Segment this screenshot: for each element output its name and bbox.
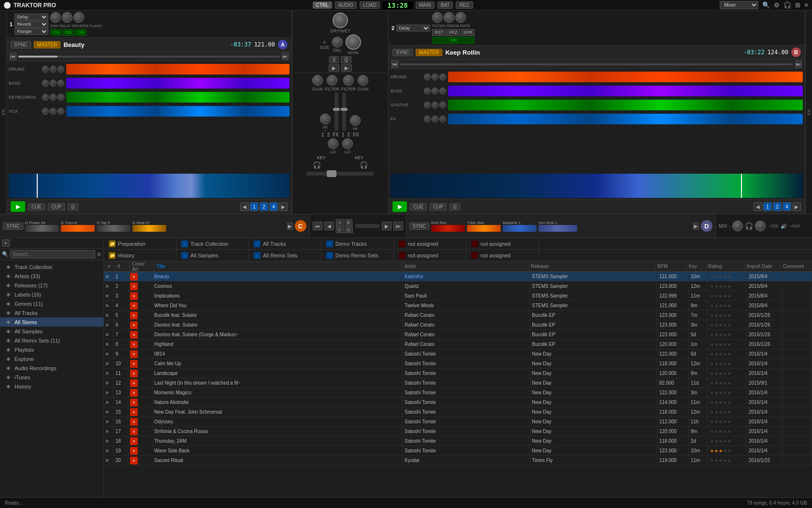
deck-b-bass-knob1[interactable] bbox=[424, 88, 431, 94]
loop-d-slot1-bar[interactable] bbox=[431, 225, 465, 232]
deck-b-synths-knob3[interactable] bbox=[439, 102, 446, 108]
layout-icon[interactable]: ⊞ bbox=[795, 1, 800, 9]
col-header-bpm[interactable]: BPM bbox=[655, 261, 687, 271]
deck-b-synths-knob1[interactable] bbox=[424, 102, 431, 108]
star-1[interactable]: ★ bbox=[714, 371, 718, 376]
main-button[interactable]: MAIN bbox=[416, 1, 435, 9]
star-1[interactable]: ★ bbox=[714, 323, 718, 328]
deck-a-bass-knob1[interactable] bbox=[42, 80, 49, 87]
track-row[interactable]: ≡ 5 S Bucolik feat. Solaire Rafael Cerat… bbox=[104, 311, 812, 320]
star-1[interactable]: ★ bbox=[714, 361, 718, 366]
star-0[interactable]: ★ bbox=[710, 458, 714, 463]
mixer-cue-a-icon[interactable]: 🎧 bbox=[313, 161, 321, 169]
star-0[interactable]: ★ bbox=[710, 352, 714, 357]
ab-cd-b-btn[interactable]: B bbox=[345, 219, 352, 226]
deck-a-prev-btn[interactable]: ⏮ bbox=[10, 53, 16, 60]
mixer-filter-b-knob[interactable] bbox=[343, 75, 354, 86]
star-0[interactable]: ★ bbox=[710, 313, 714, 318]
star-2[interactable]: ★ bbox=[719, 439, 723, 444]
star-3[interactable]: ★ bbox=[723, 400, 727, 405]
deck-a-vox-knob1[interactable] bbox=[42, 108, 49, 115]
sidebar-item-labels[interactable]: ◈ Labels (16) bbox=[0, 290, 103, 299]
star-1[interactable]: ★ bbox=[714, 448, 718, 453]
shortcut-all-tracks[interactable]: ♪ All Tracks bbox=[249, 238, 321, 249]
star-1[interactable]: ★ bbox=[714, 381, 718, 386]
star-0[interactable]: ★ bbox=[710, 419, 714, 424]
deck-b-prev-btn[interactable]: ⏮ bbox=[392, 60, 398, 68]
mixer-main-knob[interactable] bbox=[346, 34, 361, 50]
deck-b-play-btn[interactable]: ▶ bbox=[392, 201, 407, 212]
deck-a-n-btn[interactable]: Ω bbox=[68, 203, 78, 210]
mixer-filter-a-knob[interactable] bbox=[327, 75, 337, 86]
shortcut-all-samples[interactable]: ♪ All Samples bbox=[176, 250, 249, 261]
star-3[interactable]: ★ bbox=[723, 284, 727, 289]
star-0[interactable]: ★ bbox=[710, 439, 714, 444]
mixer-mode-select[interactable]: Mixer bbox=[720, 1, 758, 9]
deck-a-delay-knob[interactable] bbox=[50, 12, 61, 23]
star-1[interactable]: ★ bbox=[714, 352, 718, 357]
sidebar-item-all-samples[interactable]: ◈ All Samples bbox=[0, 327, 103, 336]
star-4[interactable]: ★ bbox=[727, 332, 731, 337]
star-2[interactable]: ★ bbox=[719, 361, 723, 366]
track-row[interactable]: ≡ 11 S Landscape Satoshi Tomiie New Day … bbox=[104, 369, 812, 378]
deck-a-nav-prev-btn[interactable]: ◀ bbox=[240, 202, 249, 211]
mixer-gain-b-knob[interactable] bbox=[358, 75, 368, 86]
bat-button[interactable]: BAT bbox=[437, 1, 453, 9]
loop-d-slot3-bar[interactable] bbox=[503, 225, 536, 232]
star-1[interactable]: ★ bbox=[714, 303, 718, 308]
deck-b-master-btn[interactable]: MASTER bbox=[416, 49, 443, 56]
transport-prev-btn[interactable]: ⏮ bbox=[313, 222, 322, 230]
sidebar-search-input[interactable] bbox=[10, 250, 95, 258]
mixer-s-btn[interactable]: S bbox=[329, 56, 339, 63]
star-0[interactable]: ★ bbox=[710, 410, 714, 415]
shortcut-demo-tracks[interactable]: ♪ Demo Tracks bbox=[321, 238, 394, 249]
deck-b-frz-btn[interactable]: FRZ bbox=[447, 29, 460, 36]
track-row[interactable]: ≡ 1 S Beauty KatrinKa STEMS Sampler 121.… bbox=[104, 272, 812, 282]
mixer-del-knob[interactable] bbox=[332, 37, 343, 47]
deck-b-nav-next-btn[interactable]: ▶ bbox=[792, 202, 801, 211]
ctrl-button[interactable]: CTRL bbox=[313, 1, 332, 9]
star-2[interactable]: ★ bbox=[719, 303, 723, 308]
mixer-lo-a-knob[interactable] bbox=[328, 138, 338, 149]
deck-a-nav-next-btn[interactable]: ▶ bbox=[279, 202, 288, 211]
col-header-rating[interactable]: Rating bbox=[706, 261, 745, 271]
mixer-lo-b-knob[interactable] bbox=[342, 138, 353, 149]
sidebar-item-all-remix-sets[interactable]: ◈ All Remix Sets (11) bbox=[0, 336, 103, 345]
mixer-play2-btn[interactable]: ▶ bbox=[341, 64, 352, 72]
star-3[interactable]: ★ bbox=[723, 332, 727, 337]
track-row[interactable]: ≡ 10 S Calm Me Up Satoshi Tomiie New Day… bbox=[104, 359, 812, 369]
search-icon[interactable]: 🔍 bbox=[762, 1, 770, 9]
deck-a-drums-knob3[interactable] bbox=[58, 66, 64, 73]
ab-cd-c-btn[interactable]: C bbox=[336, 226, 344, 233]
transport-next-btn[interactable]: ⏭ bbox=[393, 222, 403, 230]
deck-a-bass-knob2[interactable] bbox=[50, 80, 57, 87]
star-0[interactable]: ★ bbox=[710, 400, 714, 405]
star-4[interactable]: ★ bbox=[727, 352, 731, 357]
deck-a-effect1-select[interactable]: Delay bbox=[14, 14, 48, 20]
star-3[interactable]: ★ bbox=[723, 458, 727, 463]
deck-a-master-btn[interactable]: MASTER bbox=[34, 41, 61, 48]
col-header-artist[interactable]: Artist bbox=[403, 261, 529, 271]
star-2[interactable]: ★ bbox=[719, 381, 723, 386]
mix-knob[interactable] bbox=[732, 221, 743, 231]
shortcut-track-collection[interactable]: ♪ Track Collection bbox=[176, 238, 249, 249]
star-1[interactable]: ★ bbox=[714, 458, 718, 463]
deck-b-rst-btn[interactable]: RST bbox=[432, 29, 446, 36]
audio-button[interactable]: AUDIO bbox=[335, 1, 357, 9]
deck-b-drums-knob3[interactable] bbox=[439, 74, 446, 80]
deck-b-filter-knob[interactable] bbox=[432, 12, 443, 23]
star-3[interactable]: ★ bbox=[723, 381, 727, 386]
star-0[interactable]: ★ bbox=[710, 342, 714, 347]
star-0[interactable]: ★ bbox=[710, 303, 714, 308]
star-4[interactable]: ★ bbox=[727, 371, 731, 376]
deck-b-fx-knob1[interactable] bbox=[424, 116, 431, 122]
star-3[interactable]: ★ bbox=[723, 313, 727, 318]
star-2[interactable]: ★ bbox=[719, 410, 723, 415]
deck-a-cup-btn[interactable]: CUP bbox=[48, 203, 65, 210]
deck-a-flang-knob[interactable] bbox=[73, 12, 84, 23]
star-4[interactable]: ★ bbox=[727, 448, 731, 453]
star-4[interactable]: ★ bbox=[727, 342, 731, 347]
star-2[interactable]: ★ bbox=[719, 313, 723, 318]
star-2[interactable]: ★ bbox=[719, 448, 723, 453]
track-row[interactable]: ≡ 18 S Thursday, 2AM Satoshi Tomiie New … bbox=[104, 436, 812, 446]
